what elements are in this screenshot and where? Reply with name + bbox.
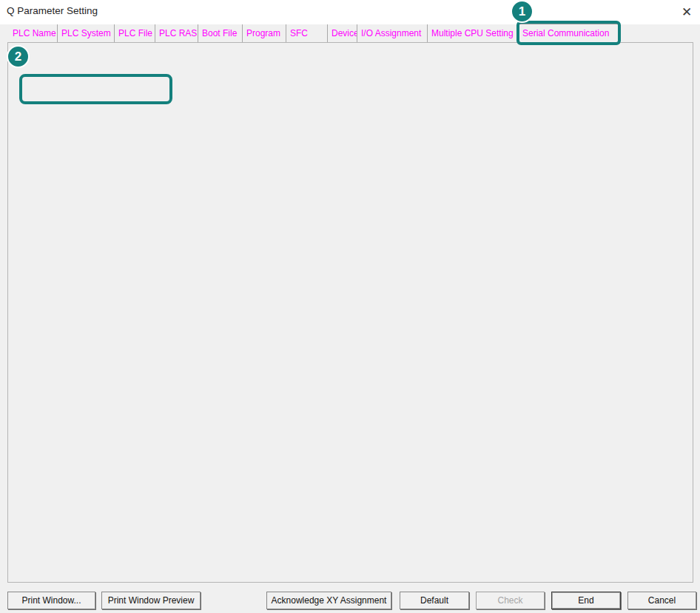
tab-sfc[interactable]: SFC bbox=[286, 24, 328, 42]
tab-highlight-rect bbox=[516, 21, 621, 45]
default-button[interactable]: Default bbox=[400, 592, 469, 609]
tab-boot-file[interactable]: Boot File bbox=[198, 24, 243, 42]
acknowledge-xy-assignment-button[interactable]: Acknowledge XY Assignment bbox=[266, 592, 391, 609]
tab-io-assignment[interactable]: I/O Assignment bbox=[357, 24, 428, 42]
serial-communication-tab-page bbox=[7, 42, 693, 583]
step-1-badge: 1 bbox=[511, 0, 534, 23]
tab-plc-system[interactable]: PLC System bbox=[58, 24, 115, 42]
print-window-button[interactable]: Print Window... bbox=[7, 592, 95, 609]
print-window-preview-button[interactable]: Print Window Preview bbox=[101, 592, 201, 609]
tab-program[interactable]: Program bbox=[243, 24, 286, 42]
cancel-button[interactable]: Cancel bbox=[627, 592, 696, 609]
check-button: Check bbox=[476, 592, 545, 609]
close-icon[interactable]: ✕ bbox=[676, 2, 697, 22]
tab-plc-name[interactable]: PLC Name bbox=[9, 24, 58, 42]
checkbox-highlight-rect bbox=[19, 74, 172, 104]
tab-multiple-cpu-setting[interactable]: Multiple CPU Setting bbox=[428, 24, 518, 42]
end-button[interactable]: End bbox=[551, 592, 621, 609]
q-parameter-setting-dialog: Q Parameter Setting ✕ PLC Name PLC Syste… bbox=[0, 0, 700, 613]
tab-plc-file[interactable]: PLC File bbox=[115, 24, 155, 42]
window-title: Q Parameter Setting bbox=[7, 5, 98, 16]
tab-plc-ras[interactable]: PLC RAS bbox=[155, 24, 198, 42]
step-2-badge: 2 bbox=[7, 45, 30, 68]
tab-device[interactable]: Device bbox=[328, 24, 357, 42]
